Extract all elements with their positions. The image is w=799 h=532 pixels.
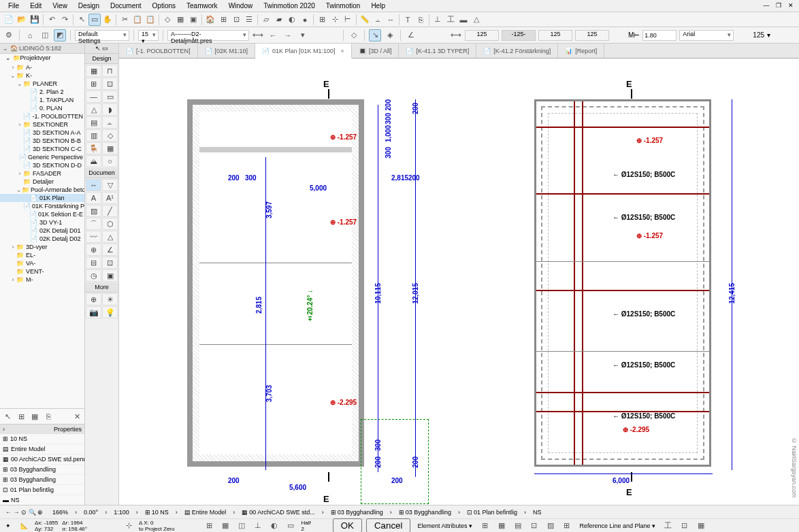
slab-icon[interactable]: ▬: [457, 14, 470, 26]
tree-item[interactable]: 📄3D SEKTION C-C: [0, 145, 84, 153]
toolbox-design[interactable]: Design: [85, 54, 118, 64]
status-planview[interactable]: 01 Plan befintlig: [474, 509, 517, 516]
tool-c-icon[interactable]: ▣: [187, 14, 199, 26]
tool-dimension[interactable]: ↔: [86, 179, 101, 191]
tree-item[interactable]: ›📁3D-vyer: [0, 243, 84, 251]
menu-design[interactable]: Design: [73, 1, 105, 11]
element-attrs[interactable]: Element Attributes: [417, 522, 467, 529]
snap-icon[interactable]: ⊹: [329, 14, 341, 26]
menu-window[interactable]: Window: [223, 1, 259, 11]
snap-guide-icon[interactable]: ↘: [369, 29, 381, 41]
props-icon-2[interactable]: ⊞: [15, 410, 27, 422]
tool-change[interactable]: △: [102, 231, 118, 243]
snap-settings-icon[interactable]: ⊹: [123, 520, 135, 532]
font-dropdown[interactable]: Arial: [679, 30, 734, 41]
arrow-right-icon[interactable]: →: [282, 29, 294, 41]
tree-item[interactable]: ⌄📁PLANER: [0, 80, 84, 88]
tree-item[interactable]: 📁Detaljer: [0, 178, 84, 186]
tree-item[interactable]: ⌄📁Pool-Armerade betongkons: [0, 186, 84, 194]
tree-item[interactable]: 📄3D SEKTION D-D: [0, 161, 84, 169]
align-icon[interactable]: ⫠: [372, 14, 384, 26]
copy-icon[interactable]: 📋: [131, 14, 144, 26]
status-scale[interactable]: 1:100: [111, 509, 132, 516]
props-title[interactable]: › Properties: [0, 425, 84, 434]
tree-item[interactable]: 📄01K Förstärkning Plan: [0, 202, 84, 210]
nav-root[interactable]: ⌄ 📁 Projektvyer: [0, 54, 84, 62]
props-close-icon[interactable]: ✕: [71, 410, 83, 422]
tool-opening[interactable]: ○: [102, 155, 118, 167]
marquee-icon[interactable]: ▭: [88, 14, 101, 26]
props-icon-1[interactable]: ↖: [1, 410, 14, 422]
undo-icon[interactable]: ↶: [46, 14, 58, 26]
multiply-icon[interactable]: ◫: [39, 29, 51, 41]
tool-morph[interactable]: ◇: [102, 129, 118, 142]
tree-item[interactable]: 📄1. TAKPLAN: [0, 96, 84, 104]
minimize-icon[interactable]: —: [761, 1, 772, 10]
redo-icon[interactable]: ↷: [59, 14, 71, 26]
tool-object[interactable]: 🪑: [86, 142, 101, 154]
tool-door[interactable]: ⊓: [102, 65, 118, 77]
shaded-icon[interactable]: ◐: [286, 14, 298, 26]
tool-a-icon[interactable]: ◇: [161, 14, 174, 26]
tree-item[interactable]: 📄3D VY-1: [0, 218, 84, 227]
measure-icon[interactable]: 📏: [359, 14, 371, 26]
status-pens[interactable]: 10 NS: [152, 509, 169, 516]
select-icon[interactable]: ↖: [76, 14, 88, 26]
attr-icon-4[interactable]: ⊡: [528, 520, 540, 532]
menu-view[interactable]: View: [47, 1, 73, 11]
open-icon[interactable]: 📂: [16, 14, 28, 26]
tab-close-icon[interactable]: ×: [341, 48, 344, 54]
tool-arc[interactable]: ⌒: [86, 218, 101, 230]
ratio2-input[interactable]: -125-: [502, 30, 536, 41]
props-item[interactable]: ⊞10 NS: [0, 434, 84, 444]
tree-item[interactable]: 📄01K Plan: [0, 194, 84, 202]
menu-edit[interactable]: Edit: [25, 1, 47, 11]
dim-chain-icon[interactable]: ⟷: [450, 29, 462, 41]
tool-worksheet[interactable]: ▣: [102, 269, 118, 282]
tool-b-icon[interactable]: ▦: [174, 14, 186, 26]
tab[interactable]: 📄[K-41.2 Förstärkning]: [476, 44, 558, 58]
attr-icon-2[interactable]: ▦: [495, 520, 508, 532]
arrow-both-icon[interactable]: ⟷: [252, 29, 264, 41]
favorites-icon[interactable]: ⌂: [24, 29, 36, 41]
attr-icon-3[interactable]: ▤: [512, 520, 524, 532]
menu-help[interactable]: Help: [365, 1, 391, 11]
tool-spot[interactable]: 💡: [102, 306, 118, 318]
ratio1-input[interactable]: 125: [465, 30, 499, 41]
tree-item[interactable]: 📄02K Detalj D02: [0, 235, 84, 243]
grid-icon[interactable]: ⊞: [316, 14, 328, 26]
props-item[interactable]: ▦00 ArchiCAD SWE std.pennor (pla...: [0, 454, 84, 465]
trace-icon[interactable]: ▦: [219, 520, 231, 532]
paste-icon[interactable]: 📋: [144, 14, 157, 26]
menu-teamwork[interactable]: Teamwork: [181, 1, 223, 11]
tree-item[interactable]: 📄02K Detalj D01: [0, 227, 84, 235]
ratio3-input[interactable]: 125: [538, 30, 572, 41]
close-icon[interactable]: ✕: [785, 1, 796, 10]
tree-item[interactable]: 📄2. Plan 2: [0, 88, 84, 96]
arrow-left-icon[interactable]: ←: [267, 29, 279, 41]
virtual-icon[interactable]: ◫: [235, 520, 248, 532]
tool-radial[interactable]: ⊕: [86, 244, 101, 256]
tool-rail[interactable]: ⫠: [102, 116, 118, 129]
tool-fill[interactable]: ▨: [86, 205, 101, 217]
guide-icon[interactable]: ⊢: [342, 14, 354, 26]
tree-item[interactable]: 📁EL-: [0, 251, 84, 259]
elevation-icon[interactable]: ☰: [243, 14, 255, 26]
cancel-button[interactable]: Cancel: [366, 518, 411, 532]
element-settings-icon[interactable]: ⚙: [3, 29, 15, 41]
ratio4-input[interactable]: 125: [575, 30, 609, 41]
ruler-icon[interactable]: ▭: [284, 520, 297, 532]
status-renov1[interactable]: 03 Bygghandling: [338, 509, 383, 516]
tab[interactable]: 📄[-1. POOLBOTTEN]: [119, 44, 198, 58]
tool-stair[interactable]: ▤: [86, 116, 101, 129]
tool-elevation[interactable]: ⊡: [102, 256, 118, 269]
attr-icon-1[interactable]: ⊞: [479, 520, 491, 532]
save-icon[interactable]: 💾: [29, 14, 41, 26]
tool-level[interactable]: ▽: [102, 179, 118, 191]
tool-beam[interactable]: —: [86, 90, 101, 103]
toolbox-arrow[interactable]: ↖ ▭: [85, 44, 118, 54]
tool-shell[interactable]: ◗: [102, 103, 118, 116]
menu-document[interactable]: Document: [105, 1, 147, 11]
drawing-canvas[interactable]: E E 200 300 1,000 300 200 200 300 2,815 …: [119, 59, 799, 520]
tool-window[interactable]: ⊞: [86, 78, 101, 90]
